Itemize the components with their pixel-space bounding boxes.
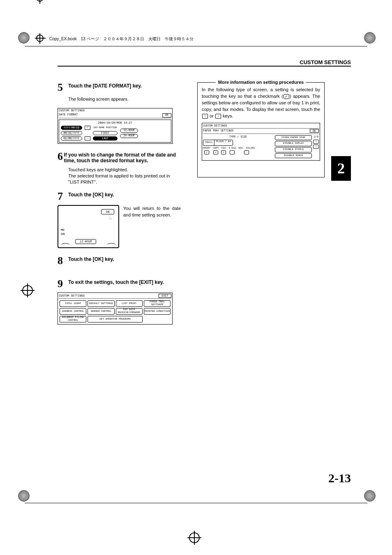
is-tray1: TRAY1	[203, 140, 214, 145]
s7-ok-button[interactable]: OK	[101, 209, 114, 214]
step-5-body: The following screen appears.	[68, 96, 181, 102]
s5-header: CUSTOM SETTINGS	[59, 109, 171, 113]
step-5: 5 Touch the [DATE FORMAT] key.	[58, 82, 181, 93]
is-fax-label: FAX	[221, 147, 226, 150]
is-fixed-paper[interactable]: FIXED PAPER SIDE	[275, 135, 312, 140]
source-file-text: Copy_EX.book 13 ページ ２００４年９月２８日 火曜日 午後９時５…	[49, 36, 194, 42]
crop-mark-tl	[18, 32, 30, 44]
s9-address-control[interactable]: ADDRESS CONTROL	[60, 308, 86, 315]
is-sub: PAPER TRAY SETTINGS	[203, 129, 233, 133]
info-box: More information on setting procedures I…	[197, 82, 325, 177]
step-7-title: Touch the [OK] key.	[68, 191, 114, 202]
s7-12hour[interactable]: 12-HOUR	[75, 239, 96, 244]
step-6-body: Touched keys are highlighted. The select…	[68, 167, 181, 185]
s9-header: CUSTOM SETTINGS	[59, 294, 85, 297]
is-down-arrow[interactable]: ↓	[313, 145, 319, 149]
s9-total-count[interactable]: TOTAL COUNT	[60, 300, 86, 307]
ok-screen: OK ☞ ME ON 12-HOUR	[58, 205, 119, 248]
s5-sep-slash[interactable]: /	[85, 126, 90, 130]
s5-ok-button[interactable]: OK	[162, 113, 171, 117]
is-header: CUSTOM SETTINGS	[203, 124, 319, 129]
s5-first[interactable]: FIRST	[93, 131, 118, 135]
step-7: 7 Touch the [OK] key.	[58, 191, 181, 202]
is-disable-staple[interactable]: DISABLE STAPLE	[275, 147, 312, 152]
crosshair-bl	[36, 0, 44, 2]
finger-icon: ☞	[161, 299, 165, 306]
is-up-arrow[interactable]: ↑	[313, 140, 319, 144]
source-file-bar: Copy_EX.book 13 ページ ２００４年９月２８日 火曜日 午後９時５…	[45, 36, 367, 42]
info-legend: More information on setting procedures	[216, 79, 306, 86]
step-5-title: Touch the [DATE FORMAT] key.	[68, 82, 142, 93]
right-column: More information on setting procedures I…	[197, 82, 325, 325]
left-column: 5 Touch the [DATE FORMAT] key. The follo…	[58, 82, 181, 325]
is-docfiling-label: DOC. FILING	[238, 147, 255, 150]
s5-fmt-yyyymmdd[interactable]: YYYY/MM/DD	[61, 126, 82, 130]
crop-mark-bl	[18, 490, 30, 502]
is-plain: PLAIN / A4	[214, 140, 233, 145]
s9-doc-filing[interactable]: DOCUMENT FILING CONTROL	[60, 316, 86, 322]
step-6-number: 6	[58, 151, 64, 164]
step-8: 8 Touch the [OK] key.	[58, 256, 181, 266]
s9-paper-tray[interactable]: PAPER TRAY SETTINGS	[144, 300, 171, 307]
s5-dayname-label: DAY-NAME POSITION	[93, 126, 118, 130]
s9-list-print[interactable]: LIST PRINT	[116, 300, 143, 307]
step-5-number: 5	[58, 82, 68, 93]
crosshair-bc	[189, 532, 200, 543]
step-6-title: If you wish to change the format of the …	[64, 151, 181, 164]
step-9-number: 9	[58, 279, 68, 289]
s5-24hour[interactable]: 24-HOUR	[120, 134, 138, 138]
is-disable-duplex[interactable]: DISABLE DUPLEX	[275, 141, 312, 146]
is-copy-check[interactable]: ✓	[213, 150, 218, 154]
step-9-title: To exit the settings, touch the [EXIT] k…	[68, 279, 164, 289]
s9-printer-condition[interactable]: PRINTER CONDITION	[144, 308, 171, 315]
cut-edge-left	[61, 243, 70, 245]
s7-on: ON	[61, 232, 65, 236]
crosshair-tl	[36, 35, 44, 42]
down-arrow-icon: ↓	[215, 114, 221, 119]
up-arrow-icon: ↑	[202, 114, 208, 119]
step-8-title: Touch the [OK] key.	[68, 256, 114, 266]
s5-sub: DATE FORMAT	[59, 113, 78, 117]
s9-key-operator[interactable]: KEY OPERATOR PROGRAMS	[88, 316, 143, 322]
is-print-label: PRINT	[203, 147, 210, 150]
s5-12hour[interactable]: 12-HOUR	[120, 129, 138, 133]
is-ok-button[interactable]: OK	[310, 129, 319, 133]
is-ifax-check[interactable]	[230, 150, 235, 154]
info-paragraph: In the following type of screen, a setti…	[202, 87, 320, 120]
step-9: 9 To exit the settings, touch the [EXIT]…	[58, 279, 181, 289]
info-text-or: or	[208, 113, 215, 118]
checkmark-icon: ✓	[284, 94, 289, 99]
s9-fax-data[interactable]: FAX DATA RECEIVE/FORWARD	[116, 308, 143, 315]
s5-sep-dash[interactable]: -	[85, 136, 90, 140]
s5-timestamp: 2004/10/20/MON 14:27	[61, 122, 169, 125]
date-format-screen: CUSTOM SETTINGS DATE FORMAT OK 2004/10/2…	[58, 108, 173, 144]
paper-tray-screen: CUSTOM SETTINGS PAPER TRAY SETTINGS OK T…	[202, 123, 320, 161]
is-docfiling-check[interactable]	[244, 150, 249, 154]
crosshair-ml	[22, 285, 33, 296]
is-tray1-row[interactable]: TRAY1 PLAIN / A4	[203, 140, 233, 146]
top-rule	[25, 46, 367, 46]
header-rule	[58, 66, 351, 67]
s9-exit-button[interactable]: EXIT	[159, 294, 171, 298]
is-ifax-label: I-FAX	[228, 147, 236, 150]
crop-mark-br	[364, 490, 376, 502]
is-copy-label: COPY	[213, 147, 219, 150]
info-text-c: keys.	[221, 113, 233, 118]
s5-fmt-ddmmyyyy[interactable]: DD/MM/YYYY	[61, 136, 82, 140]
is-type-size: TYPE / SIZE	[203, 135, 273, 139]
s5-last[interactable]: LAST	[93, 136, 118, 140]
is-fax-check[interactable]: ✓	[221, 150, 226, 154]
step-6-body-2: The selected format is applied to lists …	[68, 173, 181, 185]
s7-me: ME	[61, 228, 65, 232]
is-page-indicator: 1/4	[314, 135, 318, 139]
step-6-body-1: Touched keys are highlighted.	[68, 167, 181, 173]
step-7-number: 7	[58, 191, 68, 202]
is-print-check[interactable]: ✓	[204, 150, 209, 154]
s5-fmt-mmddyyyy[interactable]: MM/DD/YYYY	[61, 131, 82, 135]
s9-sender-control[interactable]: SENDER CONTROL	[88, 308, 114, 315]
s9-default-settings[interactable]: DEFAULT SETTINGS	[88, 300, 114, 307]
page-number: 2-13	[328, 471, 351, 485]
step-6: 6 If you wish to change the format of th…	[58, 151, 181, 164]
is-disable-punch[interactable]: DISABLE PUNCH	[275, 153, 312, 159]
custom-settings-screen: CUSTOM SETTINGS EXIT ☞ TOTAL COUNT DEFAU…	[58, 292, 173, 325]
